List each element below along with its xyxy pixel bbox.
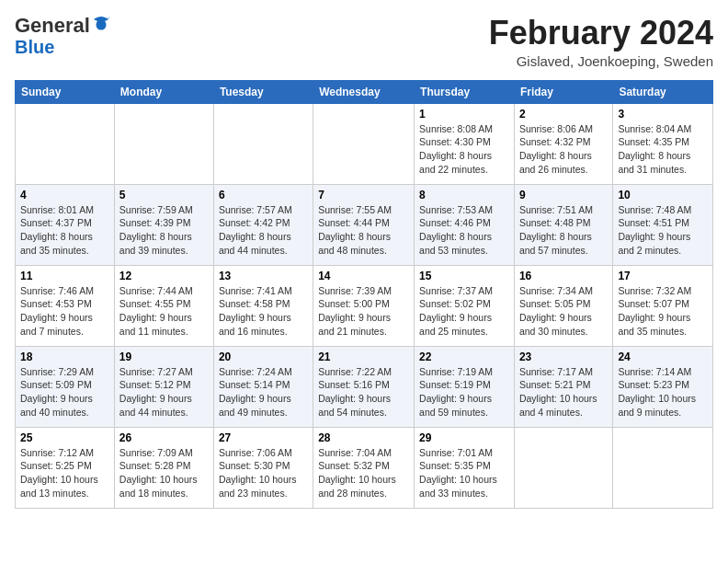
weekday-header-monday: Monday — [114, 80, 213, 103]
calendar-day-3: 3Sunrise: 8:04 AMSunset: 4:35 PMDaylight… — [613, 103, 713, 184]
day-number: 20 — [219, 350, 308, 363]
day-number: 1 — [419, 108, 509, 121]
calendar-day-14: 14Sunrise: 7:39 AMSunset: 5:00 PMDayligh… — [313, 265, 415, 346]
calendar-header-row: SundayMondayTuesdayWednesdayThursdayFrid… — [16, 80, 713, 103]
calendar-day-17: 17Sunrise: 7:32 AMSunset: 5:07 PMDayligh… — [613, 265, 713, 346]
calendar-day-24: 24Sunrise: 7:14 AMSunset: 5:23 PMDayligh… — [613, 346, 713, 427]
day-number: 16 — [519, 270, 608, 282]
day-info: Sunrise: 7:19 AMSunset: 5:19 PMDaylight:… — [419, 365, 509, 419]
calendar-day-2: 2Sunrise: 8:06 AMSunset: 4:32 PMDaylight… — [514, 103, 612, 184]
day-number: 26 — [119, 431, 209, 444]
day-info: Sunrise: 7:12 AMSunset: 5:25 PMDaylight:… — [20, 446, 109, 500]
calendar-table: SundayMondayTuesdayWednesdayThursdayFrid… — [15, 80, 713, 509]
day-number: 4 — [20, 189, 109, 201]
day-info: Sunrise: 7:34 AMSunset: 5:05 PMDaylight:… — [519, 284, 608, 339]
day-info: Sunrise: 7:14 AMSunset: 5:23 PMDaylight:… — [618, 365, 708, 419]
calendar-day-9: 9Sunrise: 7:51 AMSunset: 4:48 PMDaylight… — [514, 184, 612, 265]
calendar-week-row: 11Sunrise: 7:46 AMSunset: 4:53 PMDayligh… — [16, 265, 713, 346]
calendar-day-26: 26Sunrise: 7:09 AMSunset: 5:28 PMDayligh… — [114, 427, 213, 508]
weekday-header-wednesday: Wednesday — [313, 80, 415, 103]
calendar-day-4: 4Sunrise: 8:01 AMSunset: 4:37 PMDaylight… — [16, 184, 115, 265]
day-info: Sunrise: 7:09 AMSunset: 5:28 PMDaylight:… — [119, 446, 209, 500]
day-info: Sunrise: 8:01 AMSunset: 4:37 PMDaylight:… — [20, 203, 109, 258]
month-title: February 2024 — [489, 15, 713, 52]
logo-blue: Blue — [15, 37, 54, 57]
day-info: Sunrise: 7:46 AMSunset: 4:53 PMDaylight:… — [20, 284, 109, 339]
day-info: Sunrise: 8:06 AMSunset: 4:32 PMDaylight:… — [519, 122, 608, 177]
day-info: Sunrise: 8:04 AMSunset: 4:35 PMDaylight:… — [618, 122, 708, 177]
day-number: 7 — [318, 189, 409, 201]
calendar-day-10: 10Sunrise: 7:48 AMSunset: 4:51 PMDayligh… — [613, 184, 713, 265]
day-info: Sunrise: 7:27 AMSunset: 5:12 PMDaylight:… — [119, 365, 209, 419]
calendar-empty-cell — [213, 103, 313, 184]
day-info: Sunrise: 7:51 AMSunset: 4:48 PMDaylight:… — [519, 203, 608, 258]
calendar-week-row: 25Sunrise: 7:12 AMSunset: 5:25 PMDayligh… — [16, 427, 713, 508]
day-number: 12 — [119, 270, 209, 282]
day-info: Sunrise: 7:01 AMSunset: 5:35 PMDaylight:… — [419, 446, 509, 500]
day-number: 25 — [20, 431, 109, 444]
day-number: 14 — [318, 270, 409, 282]
calendar-day-5: 5Sunrise: 7:59 AMSunset: 4:39 PMDaylight… — [114, 184, 213, 265]
calendar-day-23: 23Sunrise: 7:17 AMSunset: 5:21 PMDayligh… — [514, 346, 612, 427]
calendar-day-13: 13Sunrise: 7:41 AMSunset: 4:58 PMDayligh… — [213, 265, 313, 346]
day-number: 18 — [20, 350, 109, 363]
page-header: General Blue February 2024 Gislaved, Joe… — [15, 15, 713, 69]
day-info: Sunrise: 7:29 AMSunset: 5:09 PMDaylight:… — [20, 365, 109, 419]
day-info: Sunrise: 7:53 AMSunset: 4:46 PMDaylight:… — [419, 203, 509, 258]
calendar-day-11: 11Sunrise: 7:46 AMSunset: 4:53 PMDayligh… — [16, 265, 115, 346]
day-number: 3 — [618, 108, 708, 121]
day-number: 27 — [219, 431, 308, 444]
calendar-empty-cell — [514, 427, 612, 508]
calendar-empty-cell — [613, 427, 713, 508]
calendar-day-18: 18Sunrise: 7:29 AMSunset: 5:09 PMDayligh… — [16, 346, 115, 427]
logo-general: General — [15, 15, 90, 37]
day-number: 5 — [119, 189, 209, 201]
logo-bird-icon — [92, 15, 110, 33]
day-info: Sunrise: 7:48 AMSunset: 4:51 PMDaylight:… — [618, 203, 708, 258]
day-number: 9 — [519, 189, 608, 201]
day-info: Sunrise: 7:22 AMSunset: 5:16 PMDaylight:… — [318, 365, 409, 419]
day-number: 23 — [519, 350, 608, 363]
calendar-day-1: 1Sunrise: 8:08 AMSunset: 4:30 PMDaylight… — [415, 103, 515, 184]
calendar-day-12: 12Sunrise: 7:44 AMSunset: 4:55 PMDayligh… — [114, 265, 213, 346]
weekday-header-tuesday: Tuesday — [213, 80, 313, 103]
day-info: Sunrise: 7:04 AMSunset: 5:32 PMDaylight:… — [318, 446, 409, 500]
day-number: 29 — [419, 431, 509, 444]
day-info: Sunrise: 7:17 AMSunset: 5:21 PMDaylight:… — [519, 365, 608, 419]
calendar-day-8: 8Sunrise: 7:53 AMSunset: 4:46 PMDaylight… — [415, 184, 515, 265]
day-info: Sunrise: 7:41 AMSunset: 4:58 PMDaylight:… — [219, 284, 308, 339]
calendar-day-22: 22Sunrise: 7:19 AMSunset: 5:19 PMDayligh… — [415, 346, 515, 427]
calendar-day-19: 19Sunrise: 7:27 AMSunset: 5:12 PMDayligh… — [114, 346, 213, 427]
day-info: Sunrise: 7:59 AMSunset: 4:39 PMDaylight:… — [119, 203, 209, 258]
day-number: 8 — [419, 189, 509, 201]
logo: General Blue — [15, 15, 110, 57]
calendar-day-21: 21Sunrise: 7:22 AMSunset: 5:16 PMDayligh… — [313, 346, 415, 427]
title-block: February 2024 Gislaved, Joenkoeping, Swe… — [489, 15, 713, 69]
weekday-header-thursday: Thursday — [415, 80, 515, 103]
day-info: Sunrise: 7:32 AMSunset: 5:07 PMDaylight:… — [618, 284, 708, 339]
calendar-empty-cell — [114, 103, 213, 184]
day-info: Sunrise: 7:57 AMSunset: 4:42 PMDaylight:… — [219, 203, 308, 258]
day-number: 10 — [618, 189, 708, 201]
day-info: Sunrise: 7:44 AMSunset: 4:55 PMDaylight:… — [119, 284, 209, 339]
weekday-header-friday: Friday — [514, 80, 612, 103]
calendar-week-row: 1Sunrise: 8:08 AMSunset: 4:30 PMDaylight… — [16, 103, 713, 184]
calendar-empty-cell — [16, 103, 115, 184]
day-info: Sunrise: 7:55 AMSunset: 4:44 PMDaylight:… — [318, 203, 409, 258]
day-number: 17 — [618, 270, 708, 282]
calendar-empty-cell — [313, 103, 415, 184]
calendar-day-16: 16Sunrise: 7:34 AMSunset: 5:05 PMDayligh… — [514, 265, 612, 346]
day-number: 6 — [219, 189, 308, 201]
day-number: 19 — [119, 350, 209, 363]
day-number: 2 — [519, 108, 608, 121]
calendar-day-7: 7Sunrise: 7:55 AMSunset: 4:44 PMDaylight… — [313, 184, 415, 265]
calendar-week-row: 18Sunrise: 7:29 AMSunset: 5:09 PMDayligh… — [16, 346, 713, 427]
calendar-day-29: 29Sunrise: 7:01 AMSunset: 5:35 PMDayligh… — [415, 427, 515, 508]
weekday-header-sunday: Sunday — [16, 80, 115, 103]
day-info: Sunrise: 7:39 AMSunset: 5:00 PMDaylight:… — [318, 284, 409, 339]
day-number: 24 — [618, 350, 708, 363]
calendar-day-25: 25Sunrise: 7:12 AMSunset: 5:25 PMDayligh… — [16, 427, 115, 508]
day-info: Sunrise: 7:06 AMSunset: 5:30 PMDaylight:… — [219, 446, 308, 500]
weekday-header-saturday: Saturday — [613, 80, 713, 103]
calendar-day-15: 15Sunrise: 7:37 AMSunset: 5:02 PMDayligh… — [415, 265, 515, 346]
